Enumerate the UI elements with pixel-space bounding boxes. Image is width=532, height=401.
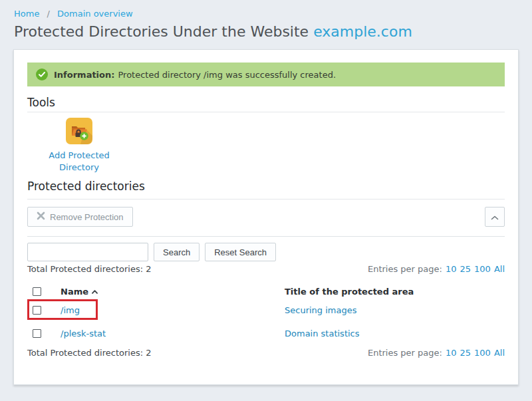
entries-option-10[interactable]: 10 bbox=[446, 264, 457, 274]
entries-option-100[interactable]: 100 bbox=[474, 264, 491, 274]
breadcrumb-current-link[interactable]: Domain overview bbox=[57, 9, 133, 19]
directory-link-plesk-stat[interactable]: /plesk-stat bbox=[61, 329, 285, 338]
total-count-bottom: Total Protected directories: 2 bbox=[27, 348, 151, 358]
title-link-securing-images[interactable]: Securing images bbox=[285, 305, 505, 315]
row-checkbox-plesk-stat[interactable] bbox=[33, 329, 41, 338]
title-link-domain-statistics[interactable]: Domain statistics bbox=[285, 329, 505, 338]
add-protected-directory-label: Add Protected Directory bbox=[39, 150, 119, 173]
directory-link-img[interactable]: /img bbox=[61, 305, 285, 315]
entries-option-25[interactable]: 25 bbox=[460, 264, 471, 274]
column-header-name-label: Name bbox=[61, 287, 88, 297]
entries-option-10[interactable]: 10 bbox=[446, 348, 457, 358]
search-row: Search Reset Search bbox=[27, 243, 505, 261]
remove-protection-label: Remove Protection bbox=[50, 212, 124, 222]
breadcrumb-home-link[interactable]: Home bbox=[14, 9, 39, 19]
page-title-domain: example.com bbox=[313, 23, 412, 40]
page-title-text: Protected Directories Under the Website bbox=[14, 23, 309, 40]
column-header-name[interactable]: Name bbox=[61, 286, 285, 297]
chevron-up-icon bbox=[491, 212, 499, 222]
entries-option-25[interactable]: 25 bbox=[460, 348, 471, 358]
total-count-top: Total Protected directories: 2 bbox=[27, 264, 151, 274]
protected-directories-table: Name Title of the protected area /img Se… bbox=[27, 284, 505, 345]
page-title: Protected Directories Under the Website … bbox=[14, 23, 532, 40]
check-circle-icon bbox=[36, 68, 48, 80]
search-input[interactable] bbox=[27, 243, 148, 261]
remove-protection-button[interactable]: Remove Protection bbox=[27, 207, 133, 227]
column-header-title[interactable]: Title of the protected area bbox=[285, 287, 505, 297]
tools-heading: Tools bbox=[27, 96, 505, 112]
entries-option-all[interactable]: All bbox=[494, 264, 505, 274]
entries-option-all[interactable]: All bbox=[494, 348, 505, 358]
search-button[interactable]: Search bbox=[154, 243, 200, 261]
breadcrumb-separator: / bbox=[47, 9, 50, 19]
toolbar-divider bbox=[27, 236, 505, 237]
entries-per-page-label: Entries per page: bbox=[368, 348, 442, 358]
add-protected-directory-icon bbox=[66, 118, 92, 146]
list-meta-top: Total Protected directories: 2 Entries p… bbox=[27, 264, 505, 274]
add-protected-directory-button[interactable]: Add Protected Directory bbox=[39, 118, 119, 173]
collapse-search-button[interactable] bbox=[485, 207, 505, 227]
protected-directories-heading: Protected directories bbox=[27, 180, 505, 200]
content-card: Information: Protected directory /img wa… bbox=[13, 49, 519, 385]
select-all-checkbox[interactable] bbox=[33, 287, 41, 296]
info-banner-label: Information: bbox=[54, 70, 114, 80]
list-toolbar: Remove Protection bbox=[27, 207, 505, 227]
info-banner: Information: Protected directory /img wa… bbox=[27, 63, 505, 86]
table-row: /plesk-stat Domain statistics bbox=[27, 322, 505, 345]
page: Home / Domain overview Protected Directo… bbox=[0, 0, 532, 385]
entries-per-page-bottom: Entries per page:1025100All bbox=[368, 348, 505, 358]
list-meta-bottom: Total Protected directories: 2 Entries p… bbox=[27, 348, 505, 358]
info-banner-message: Protected directory /img was successfull… bbox=[118, 70, 336, 80]
breadcrumb: Home / Domain overview bbox=[0, 0, 532, 19]
table-row: /img Securing images bbox=[27, 299, 505, 322]
entries-per-page-top: Entries per page:1025100All bbox=[368, 264, 505, 274]
table-header-row: Name Title of the protected area bbox=[27, 284, 505, 299]
entries-option-100[interactable]: 100 bbox=[474, 348, 491, 358]
entries-per-page-label: Entries per page: bbox=[368, 264, 442, 274]
sort-ascending-icon bbox=[92, 286, 98, 296]
remove-x-icon bbox=[37, 211, 45, 222]
row-checkbox-img[interactable] bbox=[33, 306, 41, 315]
reset-search-button[interactable]: Reset Search bbox=[205, 243, 276, 261]
